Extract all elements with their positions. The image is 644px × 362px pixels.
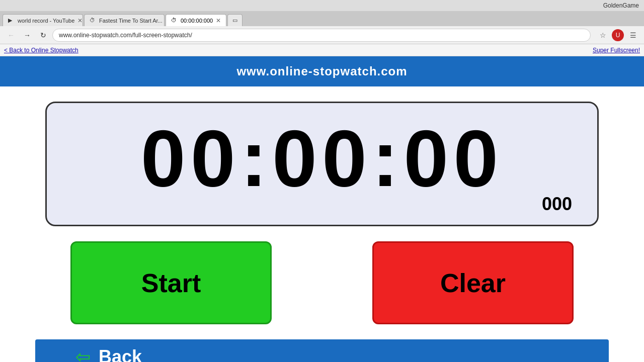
browser-nav: ← → ↻ www.online-stopwatch.com/full-scre… — [0, 26, 644, 44]
user-icon[interactable]: U — [612, 29, 624, 41]
nav-icons: ☆ U ☰ — [596, 28, 640, 42]
stopwatch-display: 00:00:00 000 — [45, 102, 599, 226]
time-display: 00:00:00 — [141, 118, 503, 199]
tab-favicon-fastest: ⏱ — [90, 17, 97, 24]
back-text: Back — [99, 346, 142, 362]
page-content: www.online-stopwatch.com 00:00:00 000 St… — [0, 56, 644, 362]
tab-fastest[interactable]: ⏱ Fastest Time To Start Ar... ✕ — [84, 14, 165, 26]
tab-youtube[interactable]: ▶ world record - YouTube ✕ — [3, 14, 83, 26]
tab-favicon-stopwatch: ⏱ — [171, 17, 178, 24]
bookmark-star-icon[interactable]: ☆ — [596, 28, 610, 42]
tab-stopwatch[interactable]: ⏱ 00:00:00:000 ✕ — [166, 14, 226, 26]
tab-favicon-youtube: ▶ — [8, 17, 15, 24]
tab-close-stopwatch[interactable]: ✕ — [216, 17, 221, 24]
milliseconds-display: 000 — [542, 194, 572, 215]
tab-close-youtube[interactable]: ✕ — [77, 17, 83, 24]
clear-button[interactable]: Clear — [372, 241, 574, 324]
tab-new[interactable]: ▭ — [227, 14, 243, 26]
buttons-row: Start Clear — [0, 236, 644, 334]
back-button-nav[interactable]: ← — [4, 28, 18, 42]
back-arrow-icon: ⇦ — [75, 346, 91, 362]
start-button[interactable]: Start — [70, 241, 272, 324]
tab-label-youtube: world record - YouTube — [18, 18, 74, 24]
super-fullscreen-link[interactable]: Super Fullscreen! — [593, 47, 640, 54]
menu-icon[interactable]: ☰ — [626, 28, 640, 42]
browser-title: GoldenGame — [603, 2, 639, 9]
back-to-stopwatch-link[interactable]: < Back to Online Stopwatch — [4, 47, 78, 54]
back-bar[interactable]: ⇦ Back — [35, 339, 609, 362]
site-header: www.online-stopwatch.com — [0, 56, 644, 86]
new-tab-icon: ▭ — [232, 17, 237, 24]
browser-title-bar: GoldenGame — [0, 0, 644, 11]
stopwatch-container: 00:00:00 000 — [0, 86, 644, 236]
bookmarks-bar: < Back to Online Stopwatch Super Fullscr… — [0, 44, 644, 56]
address-text: www.online-stopwatch.com/full-screen-sto… — [59, 32, 192, 39]
tab-label-fastest: Fastest Time To Start Ar... — [99, 18, 163, 24]
reload-button[interactable]: ↻ — [36, 28, 50, 42]
browser-tabs: ▶ world record - YouTube ✕ ⏱ Fastest Tim… — [0, 11, 644, 26]
address-bar[interactable]: www.online-stopwatch.com/full-screen-sto… — [52, 29, 591, 42]
site-url: www.online-stopwatch.com — [236, 64, 407, 78]
forward-button-nav[interactable]: → — [20, 28, 34, 42]
tab-label-stopwatch: 00:00:00:000 — [181, 18, 213, 24]
